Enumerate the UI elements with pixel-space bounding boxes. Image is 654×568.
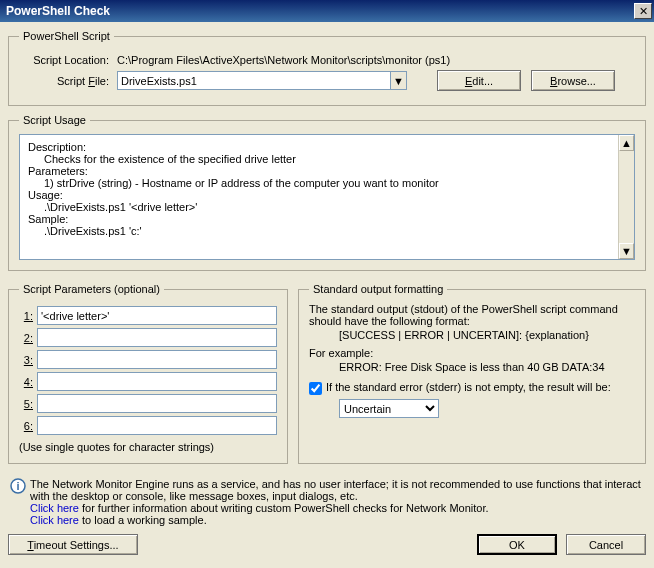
chevron-up-icon: ▲ (621, 137, 632, 149)
usage-text-area: Description: Checks for the existence of… (19, 134, 635, 260)
group-legend: Script Usage (19, 114, 90, 126)
param-1-input[interactable] (37, 306, 277, 325)
param-5-input[interactable] (37, 394, 277, 413)
stderr-result-select[interactable]: Uncertain (339, 399, 439, 418)
group-legend: PowerShell Script (19, 30, 114, 42)
info-section: i The Network Monitor Engine runs as a s… (8, 476, 646, 528)
script-location-label: Script Location: (19, 54, 117, 66)
stdout-example-label: For example: (309, 347, 635, 359)
usage-text: .\DriveExists.ps1 '<drive letter>' (28, 201, 626, 213)
ok-button[interactable]: OK (477, 534, 557, 555)
sample-label: Sample: (28, 213, 626, 225)
script-file-label: Script File: (19, 75, 117, 87)
svg-text:i: i (16, 480, 19, 492)
parameters-label: Parameters: (28, 165, 626, 177)
close-icon: ✕ (639, 5, 648, 18)
param-6-input[interactable] (37, 416, 277, 435)
param-1-label: 1: (19, 310, 37, 322)
stderr-checkbox[interactable] (309, 382, 322, 395)
chevron-down-icon: ▼ (621, 245, 632, 257)
param-2-label: 2: (19, 332, 37, 344)
info-text-1: The Network Monitor Engine runs as a ser… (30, 478, 641, 502)
script-file-combo[interactable]: ▼ (117, 71, 407, 90)
script-location-value: C:\Program Files\ActiveXperts\Network Mo… (117, 54, 450, 66)
window-title: PowerShell Check (6, 4, 110, 18)
powershell-script-group: PowerShell Script Script Location: C:\Pr… (8, 30, 646, 106)
param-4-input[interactable] (37, 372, 277, 391)
param-3-input[interactable] (37, 350, 277, 369)
sample-text: .\DriveExists.ps1 'c:' (28, 225, 626, 237)
chevron-down-icon: ▼ (393, 75, 404, 87)
param-2-input[interactable] (37, 328, 277, 347)
param-4-label: 4: (19, 376, 37, 388)
info-text-2: for further information about writing cu… (79, 502, 489, 514)
param-5-label: 5: (19, 398, 37, 410)
params-hint: (Use single quotes for character strings… (19, 441, 277, 453)
script-file-input[interactable] (117, 71, 390, 90)
edit-button[interactable]: Edit... (437, 70, 521, 91)
info-link-2[interactable]: Click here (30, 514, 79, 526)
scroll-down-button[interactable]: ▼ (619, 243, 634, 259)
info-text-3: to load a working sample. (79, 514, 207, 526)
group-legend: Standard output formatting (309, 283, 447, 295)
script-usage-group: Script Usage Description: Checks for the… (8, 114, 646, 271)
parameters-text: 1) strDrive (string) - Hostname or IP ad… (28, 177, 626, 189)
description-label: Description: (28, 141, 626, 153)
stderr-checkbox-label: If the standard error (stderr) is not em… (326, 381, 611, 393)
stdout-formatting-group: Standard output formatting The standard … (298, 283, 646, 464)
vertical-scrollbar[interactable]: ▲ ▼ (618, 135, 634, 259)
cancel-button[interactable]: Cancel (566, 534, 646, 555)
stdout-format: [SUCCESS | ERROR | UNCERTAIN]: {explanat… (309, 329, 635, 341)
stdout-example: ERROR: Free Disk Space is less than 40 G… (309, 361, 635, 373)
title-bar: PowerShell Check ✕ (0, 0, 654, 22)
dropdown-button[interactable]: ▼ (390, 71, 407, 90)
info-icon: i (10, 478, 30, 496)
browse-button[interactable]: Browse... (531, 70, 615, 91)
timeout-settings-button[interactable]: Timeout Settings... (8, 534, 138, 555)
close-button[interactable]: ✕ (634, 3, 652, 19)
info-link-1[interactable]: Click here (30, 502, 79, 514)
param-6-label: 6: (19, 420, 37, 432)
group-legend: Script Parameters (optional) (19, 283, 164, 295)
description-text: Checks for the existence of the specifie… (28, 153, 626, 165)
script-parameters-group: Script Parameters (optional) 1: 2: 3: 4:… (8, 283, 288, 464)
scroll-up-button[interactable]: ▲ (619, 135, 634, 151)
param-3-label: 3: (19, 354, 37, 366)
stdout-line1: The standard output (stdout) of the Powe… (309, 303, 635, 327)
usage-label: Usage: (28, 189, 626, 201)
